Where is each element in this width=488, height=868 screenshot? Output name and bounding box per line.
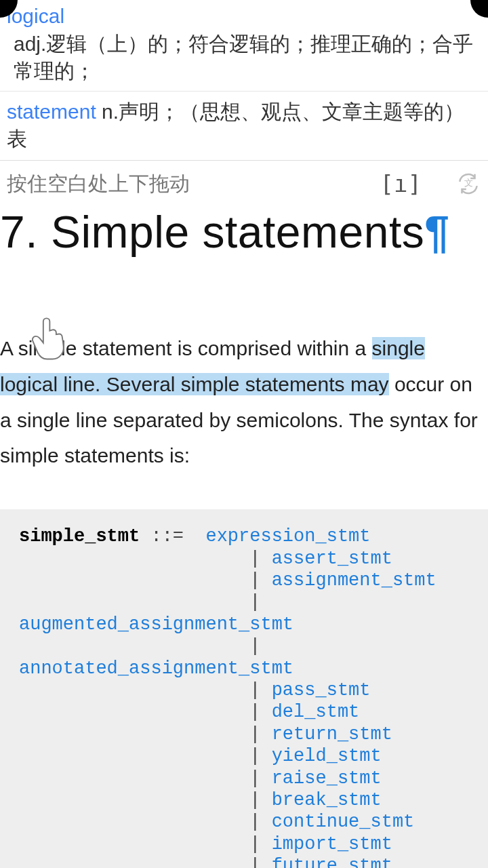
headerlink-icon[interactable]: ¶	[424, 207, 449, 257]
para-text: A simple statement is comprised within a	[0, 337, 372, 359]
grammar-rule-link[interactable]: del_stmt	[272, 702, 360, 722]
pipe: |	[249, 724, 260, 745]
grammar-rule-link[interactable]: future_stmt	[272, 856, 392, 868]
grammar-rule-link[interactable]: yield_stmt	[272, 746, 382, 766]
svg-text:文: 文	[464, 178, 473, 188]
dict-definition: adj.逻辑（上）的；符合逻辑的；推理正确的；合乎常理的；	[7, 31, 481, 85]
highlighted-text: line. Several simple statements may	[58, 373, 389, 395]
intro-paragraph[interactable]: A simple statement is comprised within a…	[0, 331, 488, 474]
dict-entry-logical[interactable]: logical adj.逻辑（上）的；符合逻辑的；推理正确的；合乎常理的；	[0, 0, 488, 91]
indent	[19, 570, 249, 591]
grammar-lhs: simple_stmt	[19, 526, 140, 547]
indent	[19, 834, 249, 854]
grammar-rule-link[interactable]: assert_stmt	[272, 549, 392, 569]
translate-refresh-icon[interactable]: 文	[455, 171, 481, 197]
grammar-rule-link[interactable]: assignment_stmt	[272, 570, 436, 591]
grammar-rule-link[interactable]: augmented_assignment_stmt	[19, 614, 293, 635]
grammar-rule-link[interactable]: break_stmt	[272, 790, 382, 810]
pipe: |	[249, 746, 260, 766]
grammar-code-block[interactable]: simple_stmt ::= expression_stmt | assert…	[0, 509, 488, 868]
grammar-rule-link[interactable]: annotated_assignment_stmt	[19, 658, 293, 679]
pipe: |	[249, 702, 260, 722]
indent	[19, 812, 249, 832]
dict-entry-statement[interactable]: statement n.声明；（思想、观点、文章主题等的）表	[0, 91, 488, 160]
highlighted-text: single	[372, 337, 425, 359]
page-title: 7. Simple statements¶	[0, 202, 488, 257]
indent	[19, 856, 249, 868]
indent	[19, 724, 249, 745]
indent	[19, 680, 249, 701]
pipe: |	[249, 680, 260, 701]
highlighted-text: log	[0, 373, 27, 395]
indent	[19, 549, 249, 569]
pipe: |	[249, 812, 260, 832]
pipe: |	[249, 790, 260, 810]
grammar-rule-link[interactable]: expression_stmt	[205, 526, 370, 547]
grammar-rule-link[interactable]: return_stmt	[272, 724, 392, 745]
highlighted-text: ical	[27, 373, 58, 395]
dict-word: statement	[7, 100, 96, 123]
grammar-rule-link[interactable]: continue_stmt	[272, 812, 415, 832]
drag-hint-bar: 按住空白处上下拖动 [ı] 文	[0, 161, 488, 202]
pipe: |	[249, 856, 260, 868]
bracket-icon[interactable]: [ı]	[380, 170, 422, 197]
drag-hint-text: 按住空白处上下拖动	[7, 170, 190, 198]
indent	[19, 636, 249, 656]
indent	[19, 702, 249, 722]
pipe: |	[249, 592, 260, 612]
pipe: |	[249, 636, 260, 656]
grammar-rule-link[interactable]: raise_stmt	[272, 768, 382, 789]
grammar-op: ::=	[150, 526, 184, 547]
indent	[19, 592, 249, 612]
pipe: |	[249, 768, 260, 789]
indent	[19, 746, 249, 766]
grammar-rule-link[interactable]: pass_stmt	[272, 680, 371, 701]
title-text: 7. Simple statements	[0, 207, 424, 257]
indent	[19, 768, 249, 789]
dictionary-panel: logical adj.逻辑（上）的；符合逻辑的；推理正确的；合乎常理的； st…	[0, 0, 488, 161]
pipe: |	[249, 570, 260, 591]
indent	[19, 790, 249, 810]
pipe: |	[249, 834, 260, 854]
pipe: |	[249, 549, 260, 569]
grammar-rule-link[interactable]: import_stmt	[272, 834, 392, 854]
